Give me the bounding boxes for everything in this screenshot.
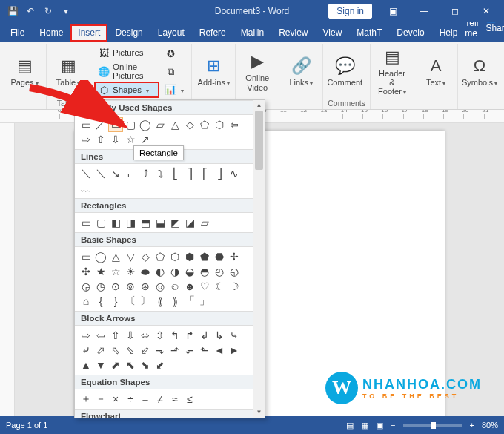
shape-item[interactable]: ⬒ <box>139 216 152 229</box>
undo-icon[interactable]: ↶ <box>22 3 39 19</box>
zoom-out-icon[interactable]: − <box>391 421 395 430</box>
shape-item[interactable]: ◄ <box>213 343 226 357</box>
shape-item[interactable]: ★ <box>94 265 107 278</box>
shape-item[interactable]: △ <box>168 118 182 131</box>
shape-item[interactable]: ✢ <box>228 250 241 263</box>
comment-button[interactable]: 💬 Comment <box>328 45 362 98</box>
smartart-button[interactable]: ⧉ <box>162 65 187 79</box>
shape-item[interactable]: ⌂ <box>79 295 93 308</box>
shape-item[interactable]: ▽ <box>124 250 137 263</box>
shape-item[interactable]: ＼ <box>94 167 107 180</box>
header-footer-button[interactable]: ▤ Header & Footer <box>375 45 409 98</box>
shape-item[interactable]: ⬀ <box>94 343 107 357</box>
minimize-icon[interactable]: — <box>409 0 439 22</box>
tab-matht[interactable]: MathT <box>349 24 389 42</box>
shape-item[interactable]: × <box>109 392 122 406</box>
shape-item[interactable]: ⤵ <box>153 167 167 180</box>
shape-item[interactable]: ∿ <box>228 167 241 180</box>
view-read-icon[interactable]: ▤ <box>346 421 354 430</box>
shape-item[interactable]: ✣ <box>79 265 93 278</box>
shape-item[interactable]: ⇩ <box>109 133 122 146</box>
scroll-thumb[interactable] <box>255 111 263 170</box>
shape-item[interactable]: ◪ <box>183 216 196 229</box>
shape-item[interactable]: ⤶ <box>79 343 93 357</box>
shape-item[interactable]: ↳ <box>213 329 226 342</box>
text-button[interactable]: A Text <box>419 45 453 98</box>
shape-item[interactable]: ⬟ <box>198 250 211 263</box>
shape-item[interactable]: ☺ <box>168 280 182 293</box>
tab-mailin[interactable]: Mailin <box>233 24 271 42</box>
shape-item[interactable]: ☻ <box>183 280 196 293</box>
tab-layout[interactable]: Layout <box>150 24 192 42</box>
addins-button[interactable]: ⊞ Add-ins <box>196 45 231 98</box>
shape-item[interactable]: ↘ <box>109 167 122 180</box>
maximize-icon[interactable]: ◻ <box>440 0 470 22</box>
shape-item[interactable]: ⇧ <box>109 329 122 342</box>
zoom-slider[interactable] <box>403 424 462 427</box>
shape-item[interactable]: ⇨ <box>79 133 93 146</box>
shape-item[interactable]: ≈ <box>168 392 182 406</box>
shape-item[interactable]: ◶ <box>79 280 93 293</box>
shape-item[interactable]: ▢ <box>94 216 107 229</box>
shape-item[interactable]: － <box>94 392 107 406</box>
shape-item[interactable]: ⎡ <box>198 167 211 180</box>
shape-item[interactable]: ☾ <box>213 280 226 293</box>
table-button[interactable]: ▦ Table <box>51 45 85 98</box>
shape-item[interactable]: 」 <box>198 295 211 308</box>
shape-item[interactable]: ≤ <box>183 392 196 406</box>
shape-item[interactable]: ↗ <box>139 133 152 146</box>
tab-develo[interactable]: Develo <box>389 24 431 42</box>
shape-item[interactable]: ◐ <box>153 265 167 278</box>
dropdown-scrollbar[interactable]: ▲ ▼ <box>253 100 265 418</box>
shape-item[interactable]: ﹏ <box>79 182 93 195</box>
scroll-down-icon[interactable]: ▼ <box>253 407 265 418</box>
shape-item[interactable]: ⇳ <box>153 329 167 342</box>
shape-item[interactable]: ◯ <box>94 250 107 263</box>
shape-item[interactable]: △ <box>109 250 122 263</box>
shape-item[interactable]: ◯ <box>139 118 152 131</box>
shape-item[interactable]: ◴ <box>213 265 226 278</box>
save-icon[interactable]: 💾 <box>4 3 21 19</box>
tab-refere[interactable]: Refere <box>192 24 233 42</box>
shape-item[interactable]: ☆ <box>109 265 122 278</box>
online-pictures-button[interactable]: 🌐Online Pictures <box>95 61 159 82</box>
shape-item[interactable]: ◓ <box>198 265 211 278</box>
close-icon[interactable]: ✕ <box>471 0 501 22</box>
shape-item[interactable]: ⬡ <box>213 118 226 131</box>
shape-item[interactable]: ⬊ <box>139 358 152 372</box>
shape-item[interactable]: ⬣ <box>213 250 226 263</box>
shape-item[interactable]: ⬋ <box>153 358 167 372</box>
shape-item[interactable]: ⬎ <box>153 343 167 357</box>
shape-item[interactable]: } <box>109 295 122 308</box>
tab-review[interactable]: Review <box>271 24 315 42</box>
shape-item[interactable]: { <box>94 295 107 308</box>
tab-design[interactable]: Design <box>107 24 150 42</box>
shape-item[interactable]: ⬂ <box>124 343 137 357</box>
shape-item[interactable]: ÷ <box>124 392 137 406</box>
shape-item[interactable]: ⇦ <box>94 329 107 342</box>
view-web-icon[interactable]: ▣ <box>376 421 383 430</box>
shape-item[interactable]: ⌐ <box>124 167 137 180</box>
shape-item[interactable]: ＼ <box>79 167 93 180</box>
shape-item[interactable]: ⊙ <box>109 280 122 293</box>
shape-item[interactable]: ⊛ <box>139 280 152 293</box>
zoom-in-icon[interactable]: + <box>470 421 474 430</box>
tab-help[interactable]: Help <box>432 24 465 42</box>
shape-item[interactable]: ◒ <box>183 265 196 278</box>
shape-item[interactable]: ◩ <box>168 216 182 229</box>
icons-button[interactable]: ✪ <box>162 47 187 62</box>
shape-item[interactable]: ⇦ <box>228 118 241 131</box>
shape-item[interactable]: ◷ <box>94 280 107 293</box>
shape-item[interactable]: ⬈ <box>109 358 122 372</box>
shape-item[interactable]: ▲ <box>79 358 93 372</box>
shape-item[interactable]: ▼ <box>94 358 107 372</box>
online-video-button[interactable]: ▶ Online Video <box>240 45 274 98</box>
shape-item[interactable]: ⬢ <box>183 250 196 263</box>
shape-item[interactable]: ▱ <box>198 216 211 229</box>
shape-item[interactable]: ⇧ <box>94 133 107 146</box>
tab-file[interactable]: File <box>3 24 32 42</box>
shape-item[interactable]: ⬠ <box>198 118 211 131</box>
shape-item[interactable]: ⬁ <box>109 343 122 357</box>
shape-item[interactable]: ⬐ <box>183 343 196 357</box>
tab-home[interactable]: Home <box>32 24 70 42</box>
